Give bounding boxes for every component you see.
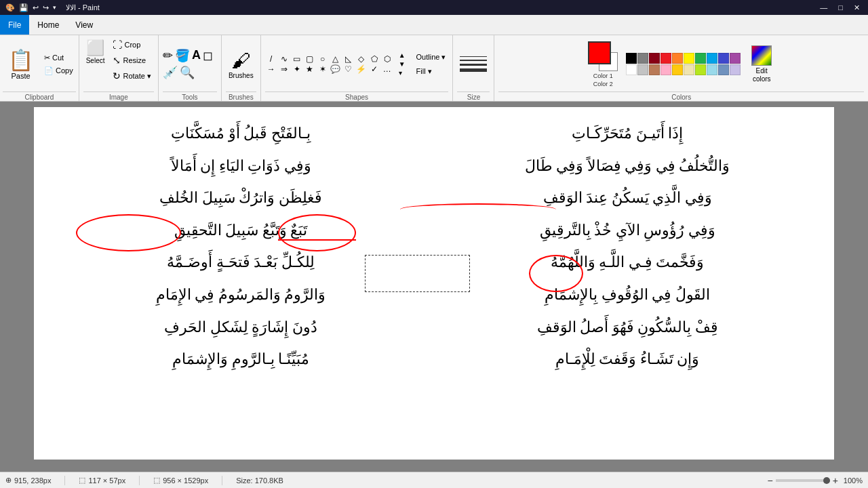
picker-icon[interactable]: 💉 [163, 65, 178, 80]
quick-save[interactable]: 💾 [19, 3, 28, 12]
shapes-scroll-all[interactable]: ▾ [399, 69, 406, 77]
pencil-icon[interactable]: ✏ [163, 48, 173, 63]
color-cell-1-0[interactable] [626, 64, 637, 75]
color-cell-0-8[interactable] [718, 53, 729, 64]
color-cell-1-7[interactable] [707, 64, 717, 75]
color-cell-1-1[interactable] [637, 64, 648, 75]
shape-star6[interactable]: ✶ [317, 64, 329, 74]
canvas-content[interactable]: إِذَا أَتَيـنَ مُتَحَرِّكَـاتِبِـالفَتْح… [34, 107, 834, 460]
color-cell-0-4[interactable] [672, 53, 683, 64]
brush-icon: 🖌 [231, 49, 250, 72]
shape-arrow2[interactable]: ⇒ [278, 64, 290, 74]
zoom-in-button[interactable]: + [833, 475, 838, 486]
shape-hexagon[interactable]: ⬡ [381, 54, 393, 64]
color-cell-0-5[interactable] [684, 53, 694, 64]
shape-star4[interactable]: ✦ [291, 64, 303, 74]
shape-more[interactable]: … [381, 64, 393, 74]
shape-callout[interactable]: 💬 [330, 64, 342, 74]
divider-2 [139, 476, 140, 485]
quick-dropdown[interactable]: ▾ [53, 4, 56, 11]
shape-line[interactable]: / [265, 54, 277, 64]
color-cell-0-6[interactable] [695, 53, 706, 64]
color-cell-1-6[interactable] [695, 64, 706, 75]
shape-heart[interactable]: ♡ [342, 64, 355, 74]
fill-dropdown[interactable]: Fill ▾ [414, 66, 449, 77]
zoom-slider[interactable] [776, 479, 830, 482]
magnifier-icon[interactable]: 🔍 [180, 65, 195, 80]
text-line-left-5: وَالرَّومُ وَالمَرسُومُ فِي الإِمَامِ [54, 279, 427, 311]
app-icon: 🎨 [5, 3, 15, 12]
close-button[interactable]: ✕ [851, 3, 863, 12]
quick-redo[interactable]: ↪ [43, 3, 49, 12]
quick-undo[interactable]: ↩ [33, 3, 39, 12]
titlebar-right: — □ ✕ [817, 3, 863, 12]
resize-button[interactable]: ⤡ Resize [110, 54, 153, 67]
copy-icon: 📄 [44, 66, 54, 75]
copy-button[interactable]: 📄 Copy [41, 65, 76, 77]
color-cell-1-2[interactable] [649, 64, 660, 75]
menu-view[interactable]: View [67, 15, 101, 35]
menu-home[interactable]: Home [29, 15, 67, 35]
color-swatch-container [588, 41, 618, 71]
size-line2[interactable] [460, 60, 487, 61]
outline-dropdown[interactable]: Outline ▾ [414, 52, 449, 63]
color-cell-0-0[interactable] [626, 53, 637, 64]
color-cell-0-9[interactable] [730, 53, 741, 64]
shape-lightning[interactable]: ⚡ [355, 64, 368, 74]
crop-icon: ⛶ [113, 39, 122, 50]
fill-icon[interactable]: 🪣 [175, 48, 190, 63]
size-line4[interactable] [460, 68, 487, 72]
shape-arrow1[interactable]: → [265, 64, 277, 74]
paste-button[interactable]: 📋 Paste [3, 45, 39, 83]
shape-ellipse[interactable]: ○ [317, 54, 329, 64]
maximize-button[interactable]: □ [835, 3, 846, 12]
divider-3 [222, 476, 222, 485]
zoom-out-button[interactable]: − [767, 475, 772, 486]
tools-section: ✏ 🪣 A ◻ 💉 🔍 Tools [159, 35, 222, 101]
menu-file[interactable]: File [0, 15, 29, 35]
shapes-scroll-down[interactable]: ▼ [399, 60, 406, 68]
outline-label: Outline ▾ [416, 53, 446, 62]
crop-button[interactable]: ⛶ Crop [110, 38, 153, 52]
shape-diamond[interactable]: ◇ [355, 54, 368, 64]
color-cell-0-1[interactable] [637, 53, 648, 64]
shape-righttri[interactable]: ◺ [342, 54, 355, 64]
color-cell-0-3[interactable] [660, 53, 671, 64]
select-button[interactable]: ⬜ Select [83, 38, 108, 90]
size-line3[interactable] [460, 64, 487, 66]
shape-curve[interactable]: ∿ [278, 54, 290, 64]
color-cell-1-8[interactable] [718, 64, 729, 75]
color-row-1 [626, 53, 741, 64]
shape-roundrect[interactable]: ▢ [304, 54, 316, 64]
size-line1[interactable] [460, 56, 487, 57]
shape-rect[interactable]: ▭ [291, 54, 303, 64]
edit-colors-button[interactable]: Editcolors [749, 43, 774, 86]
brush-button[interactable]: 🖌 Brushes [226, 47, 256, 82]
rotate-button[interactable]: ↻ Rotate ▾ [110, 69, 153, 83]
brushes-section: 🖌 Brushes Brushes [222, 35, 261, 101]
title-text: الاﻻ - Paint [66, 3, 100, 12]
brushes-inner: 🖌 Brushes [226, 38, 256, 90]
color-cell-0-2[interactable] [649, 53, 660, 64]
cut-button[interactable]: ✂ Cut [41, 52, 76, 64]
brushes-label-btn: Brushes [229, 72, 254, 79]
tools-inner: ✏ 🪣 A ◻ 💉 🔍 [163, 38, 217, 90]
selection-size-text: 117 × 57px [88, 476, 125, 485]
shape-check[interactable]: ✓ [368, 64, 380, 74]
color-cell-0-7[interactable] [707, 53, 717, 64]
minimize-button[interactable]: — [817, 3, 830, 12]
menubar: File Home View [0, 15, 868, 35]
color-cell-1-4[interactable] [672, 64, 683, 75]
shape-star5[interactable]: ★ [304, 64, 316, 74]
colors-inner: Color 1 Color 2 Editcolors [588, 38, 774, 90]
shape-pentagon[interactable]: ⬠ [368, 54, 380, 64]
eraser-icon[interactable]: ◻ [203, 48, 213, 63]
color-cell-1-3[interactable] [660, 64, 671, 75]
color-cell-1-9[interactable] [730, 64, 741, 75]
color1-swatch[interactable] [588, 41, 611, 64]
text-icon[interactable]: A [192, 48, 201, 63]
color-cell-1-5[interactable] [684, 64, 694, 75]
shape-triangle[interactable]: △ [330, 54, 342, 64]
shapes-scroll-up[interactable]: ▲ [399, 52, 406, 59]
text-line-right-2: وَفِي الَّذِي يَسكُنُ عِندَ الوَقفِ [441, 182, 814, 214]
